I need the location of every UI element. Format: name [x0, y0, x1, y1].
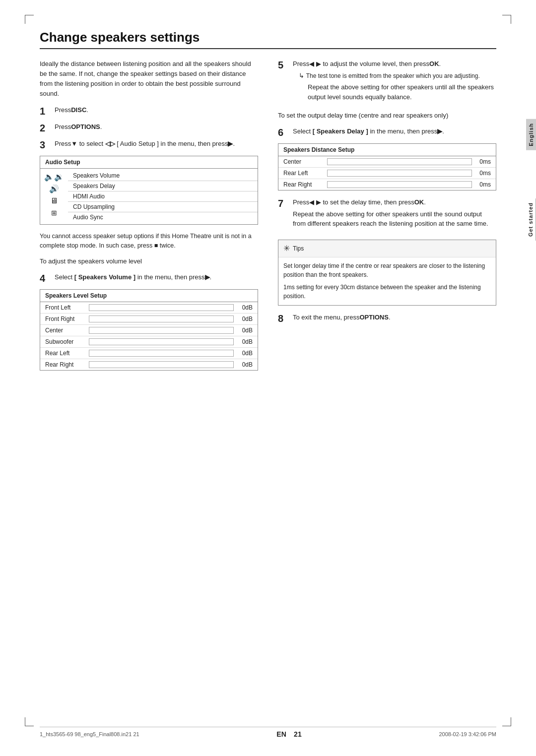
step-5-note2: Repeat the above setting for other speak… — [308, 82, 496, 102]
speaker-level-subwoofer: Subwoofer 0dB — [40, 336, 258, 348]
step-2-num: 2 — [40, 122, 51, 134]
corner-mark-tl — [25, 15, 34, 24]
speaker-level-front-right: Front Right 0dB — [40, 314, 258, 325]
speaker-val-subwoofer: 0dB — [238, 338, 253, 345]
speaker-distance-center: Center 0ms — [278, 156, 496, 168]
speakers-level-setup-box: Speakers Level Setup Front Left 0dB Fron… — [40, 289, 258, 371]
step-4: 4 Select [ Speakers Volume ] in the menu… — [40, 272, 258, 284]
speaker-val-rear-left-l: 0dB — [238, 350, 253, 357]
menu-item-speakers-delay: Speakers Delay — [68, 181, 258, 191]
speaker-distance-rear-left: Rear Left 0ms — [278, 168, 496, 179]
speaker-val-rear-right-d: 0ms — [476, 181, 491, 188]
tips-line-1: Set longer delay time if the centre or r… — [283, 261, 491, 280]
footer-en-page: EN 21 — [276, 730, 301, 738]
audio-setup-menu-items: Speakers Volume Speakers Delay HDMI Audi… — [68, 169, 258, 224]
speaker-bar-front-right — [89, 315, 234, 322]
menu-item-speakers-volume: Speakers Volume — [68, 171, 258, 181]
audio-setup-menu-body: 🔈🔉 🔊 🖥 ⊞ Speakers Volume Speakers Delay … — [40, 169, 258, 224]
page: English Get started Change speakers sett… — [0, 0, 536, 756]
main-columns: Ideally the distance between listening p… — [40, 59, 496, 378]
tips-label: Tips — [293, 244, 304, 253]
speaker-bar-rear-right-l — [89, 361, 234, 368]
speaker-name-front-right: Front Right — [45, 315, 85, 322]
menu-icon-monitor: 🖥 — [50, 195, 58, 206]
speaker-name-rear-left-d: Rear Left — [283, 170, 323, 177]
step-5-text: Press◀ ▶ to adjust the volume level, the… — [293, 60, 441, 67]
step-8-text: To exit the menu, pressOPTIONS. — [293, 313, 496, 322]
step-5: 5 Press◀ ▶ to adjust the volume level, t… — [278, 59, 496, 106]
speaker-distance-rear-right: Rear Right 0ms — [278, 179, 496, 190]
footer-en-label: EN — [276, 730, 286, 738]
tips-star-icon: ✳ — [283, 243, 290, 254]
speaker-val-center-l: 0dB — [238, 327, 253, 334]
step-4-num: 4 — [40, 272, 51, 284]
menu-item-audio-sync: Audio Sync — [68, 212, 258, 222]
step-6-num: 6 — [278, 126, 289, 138]
footer-file: 1_hts3565-69 98_eng5_Final808.in21 21 — [40, 731, 139, 737]
speaker-val-center-d: 0ms — [476, 158, 491, 165]
audio-setup-menu-box: Audio Setup 🔈🔉 🔊 🖥 ⊞ Speakers Volume Spe… — [40, 156, 258, 225]
step-4-text: Select [ Speakers Volume ] in the menu, … — [55, 272, 258, 282]
speaker-val-front-right: 0dB — [238, 315, 253, 322]
menu-icon-speaker: 🔈🔉 — [44, 172, 64, 183]
step-7-note: Repeat the above setting for other speak… — [293, 209, 496, 229]
menu-icon-mute: 🔊 — [49, 184, 59, 194]
warning-box: You cannot access speaker setup options … — [40, 232, 258, 251]
step-3-num: 3 — [40, 139, 51, 151]
corner-mark-br — [502, 717, 511, 726]
tips-body: Set longer delay time if the centre or r… — [278, 257, 496, 305]
step-2-text: PressOPTIONS. — [55, 122, 258, 132]
audio-setup-menu-icons: 🔈🔉 🔊 🖥 ⊞ — [40, 169, 68, 224]
step-7: 7 Press◀ ▶ to set the delay time, then p… — [278, 197, 496, 233]
speakers-distance-title: Speakers Distance Setup — [278, 144, 496, 156]
footer: 1_hts3565-69 98_eng5_Final808.in21 21 EN… — [40, 727, 496, 738]
speaker-name-front-left: Front Left — [45, 304, 85, 311]
speaker-name-center-d: Center — [283, 158, 323, 165]
to-adjust-label: To adjust the speakers volume level — [40, 256, 258, 266]
step-1-num: 1 — [40, 105, 51, 117]
step-3-text: Press▼ to select ◁▷ [ Audio Setup ] in t… — [55, 139, 258, 149]
speaker-name-rear-right-d: Rear Right — [283, 181, 323, 188]
step-6: 6 Select [ Speakers Delay ] in the menu,… — [278, 126, 496, 138]
corner-mark-tr — [502, 15, 511, 24]
sidebar-english-label: English — [526, 119, 536, 150]
step-6-text: Select [ Speakers Delay ] in the menu, t… — [293, 126, 496, 136]
tips-box: ✳ Tips Set longer delay time if the cent… — [278, 240, 496, 306]
left-column: Ideally the distance between listening p… — [40, 59, 258, 378]
corner-mark-bl — [25, 717, 34, 726]
speaker-level-center: Center 0dB — [40, 325, 258, 336]
step-1: 1 PressDISC. — [40, 105, 258, 117]
speakers-distance-setup-box: Speakers Distance Setup Center 0ms Rear … — [278, 143, 496, 190]
menu-item-cd-upsampling: CD Upsampling — [68, 202, 258, 212]
speaker-bar-rear-right-d — [327, 181, 472, 188]
step-8-num: 8 — [278, 313, 289, 324]
speaker-bar-subwoofer — [89, 338, 234, 345]
tips-header: ✳ Tips — [278, 240, 496, 257]
speaker-level-rear-right: Rear Right 0dB — [40, 359, 258, 370]
step-1-text: PressDISC. — [55, 105, 258, 115]
speaker-level-rear-left: Rear Left 0dB — [40, 348, 258, 359]
speaker-val-front-left: 0dB — [238, 304, 253, 311]
to-set-output-label: To set the output delay time (centre and… — [278, 111, 496, 121]
speaker-bar-center-d — [327, 158, 472, 165]
menu-icon-grid: ⊞ — [51, 207, 57, 218]
step-7-text: Press◀ ▶ to set the delay time, then pre… — [293, 198, 426, 206]
speakers-level-title: Speakers Level Setup — [40, 290, 258, 302]
right-column: 5 Press◀ ▶ to adjust the volume level, t… — [278, 59, 496, 378]
step-3: 3 Press▼ to select ◁▷ [ Audio Setup ] in… — [40, 139, 258, 151]
warning-text: You cannot access speaker setup options … — [40, 233, 252, 249]
speaker-level-front-left: Front Left 0dB — [40, 302, 258, 314]
page-title: Change speakers settings — [40, 30, 496, 49]
speaker-bar-center-l — [89, 327, 234, 334]
footer-date: 2008-02-19 3:42:06 PM — [439, 731, 496, 737]
menu-item-hdmi-audio: HDMI Audio — [68, 191, 258, 202]
sidebar-get-started-label: Get started — [526, 198, 536, 241]
speaker-name-subwoofer: Subwoofer — [45, 338, 85, 345]
footer-page-number: 21 — [294, 730, 302, 738]
step-5-num: 5 — [278, 59, 289, 71]
intro-paragraph: Ideally the distance between listening p… — [40, 59, 258, 99]
speaker-val-rear-right-l: 0dB — [238, 361, 253, 368]
speaker-val-rear-left-d: 0ms — [476, 170, 491, 177]
speaker-name-center-l: Center — [45, 327, 85, 334]
step-5-note: The test tone is emitted from the speake… — [299, 71, 496, 81]
